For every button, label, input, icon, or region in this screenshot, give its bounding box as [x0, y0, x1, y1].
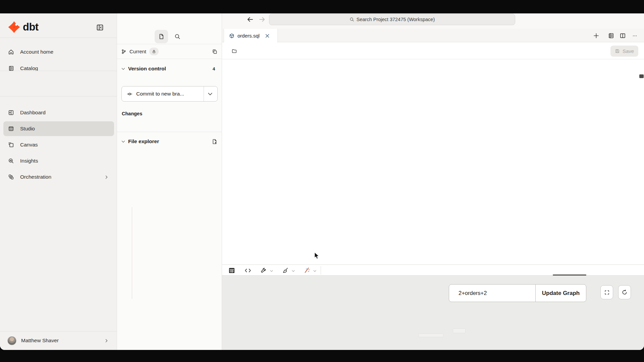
divider [0, 331, 117, 331]
search-icon [174, 34, 180, 40]
expand-icon [604, 290, 610, 295]
chevron-right-icon [104, 339, 109, 343]
indent-guide [132, 207, 132, 299]
new-tab-icon[interactable] [593, 33, 599, 39]
code-editor[interactable] [222, 59, 644, 264]
chevron-down-icon[interactable] [270, 269, 273, 273]
sidebar-item-catalog[interactable]: Catalog [3, 61, 114, 76]
sidebar-item-label: Dashboard [20, 110, 46, 116]
chevron-down-icon [121, 139, 125, 144]
save-button[interactable]: Save [610, 46, 638, 57]
dbt-logo-icon [8, 21, 20, 33]
copy-icon[interactable] [212, 49, 217, 54]
changes-title: Changes [122, 111, 142, 116]
file-icon [158, 34, 164, 40]
dbt-logo-text: dbt [23, 21, 39, 33]
sidebar-item-dashboard[interactable]: Dashboard [3, 105, 114, 120]
sidebar-item-insights[interactable]: Insights [3, 154, 114, 168]
top-chrome: Search Project 372475 (Workspace) [222, 13, 644, 29]
chevron-down-icon[interactable] [313, 269, 317, 273]
search-files-button[interactable] [173, 32, 182, 41]
divider [0, 71, 117, 71]
version-control-title: Version control [128, 66, 166, 72]
user-menu[interactable]: Matthew Shaver [3, 333, 114, 348]
search-icon [350, 17, 354, 22]
sidebar-item-label: Canvas [20, 142, 38, 148]
canvas-icon [8, 142, 14, 148]
avatar [7, 336, 16, 345]
ai-wand-icon[interactable] [304, 267, 310, 274]
folder-icon [231, 48, 237, 54]
bottom-panel-tabbar [222, 264, 644, 276]
editor-scrollbar-thumb[interactable] [639, 74, 644, 78]
lock-icon [152, 50, 156, 54]
tab-title: orders.sql [237, 33, 260, 39]
code-preview-icon[interactable] [245, 267, 251, 274]
user-name: Matthew Shaver [21, 338, 59, 344]
home-icon [8, 49, 14, 55]
sidebar-item-canvas[interactable]: Canvas [3, 137, 114, 152]
file-explorer-title: File explorer [128, 138, 159, 144]
close-icon[interactable] [265, 33, 270, 39]
sidebar-item-studio[interactable]: Studio [3, 121, 114, 136]
notebook-icon[interactable] [608, 33, 614, 39]
sidebar-collapse-icon[interactable] [96, 23, 104, 32]
sidebar-item-orchestration[interactable]: Orchestration [3, 170, 114, 184]
divider [321, 266, 321, 275]
results-table-icon[interactable] [228, 267, 235, 274]
divider [117, 132, 222, 132]
version-control-header[interactable]: Version control 4 [117, 64, 222, 74]
breadcrumb [231, 43, 237, 59]
tab-orders-sql[interactable]: orders.sql [224, 29, 278, 43]
update-graph-button[interactable]: Update Graph [536, 285, 586, 302]
chevron-down-icon [121, 67, 125, 71]
refresh-graph-button[interactable] [618, 285, 631, 299]
branch-lock-pill [149, 48, 159, 55]
commit-button-label: Commit to new bra... [136, 91, 184, 97]
chevron-down-icon[interactable] [291, 269, 295, 273]
sidebar-item-label: Insights [20, 158, 38, 164]
logo-row: dbt [0, 17, 117, 38]
fullscreen-button[interactable] [600, 285, 613, 299]
search-placeholder: Search Project 372475 (Workspace) [357, 17, 435, 22]
sidebar-item-label: Account home [20, 49, 53, 55]
insights-icon [8, 158, 14, 164]
explorer-toolbar [117, 29, 222, 44]
changes-count-badge: 4 [210, 65, 218, 73]
refresh-icon [622, 289, 628, 295]
commit-icon [127, 91, 132, 97]
project-search-input[interactable]: Search Project 372475 (Workspace) [269, 14, 515, 25]
model-cube-icon [229, 33, 234, 39]
nav-sidebar: dbt Account homeCatalogDashboardStudioCa… [0, 13, 117, 350]
dashboard-icon [8, 110, 14, 116]
sidebar-item-account-home[interactable]: Account home [3, 45, 114, 59]
branch-row[interactable]: Current [117, 44, 222, 59]
lineage-selector-input[interactable]: 2+orders+2 [449, 285, 536, 302]
commit-button[interactable]: Commit to new bra... [121, 86, 218, 102]
save-label: Save [623, 48, 634, 54]
divider [0, 96, 117, 97]
format-broom-icon[interactable] [282, 267, 289, 274]
vc-explorer-panel: Current Version control 4 Commit to new … [117, 13, 222, 350]
branch-name: Current [129, 49, 146, 54]
more-options-icon[interactable] [632, 34, 638, 38]
app-shell: dbt Account homeCatalogDashboardStudioCa… [0, 13, 644, 350]
chevron-down-icon[interactable] [207, 91, 213, 97]
file-explorer-header[interactable]: File explorer [117, 137, 222, 146]
lineage-selector-value: 2+orders+2 [459, 290, 487, 296]
save-icon [615, 49, 620, 54]
split-pane-icon[interactable] [620, 33, 626, 39]
sidebar-item-label: Studio [20, 126, 35, 132]
chev-right-icon [104, 175, 109, 179]
back-icon[interactable] [247, 16, 254, 23]
new-file-icon[interactable] [212, 139, 217, 144]
orchestration-icon [8, 174, 14, 180]
divider [204, 86, 204, 101]
forward-icon[interactable] [258, 16, 266, 23]
minimap[interactable] [589, 75, 621, 137]
ghost-node [453, 328, 466, 333]
breadcrumb-row: Save [222, 43, 644, 59]
build-wrench-icon[interactable] [261, 267, 267, 274]
file-view-button[interactable] [155, 30, 168, 43]
dbt-cloud-ide: dbt Account homeCatalogDashboardStudioCa… [0, 0, 644, 362]
